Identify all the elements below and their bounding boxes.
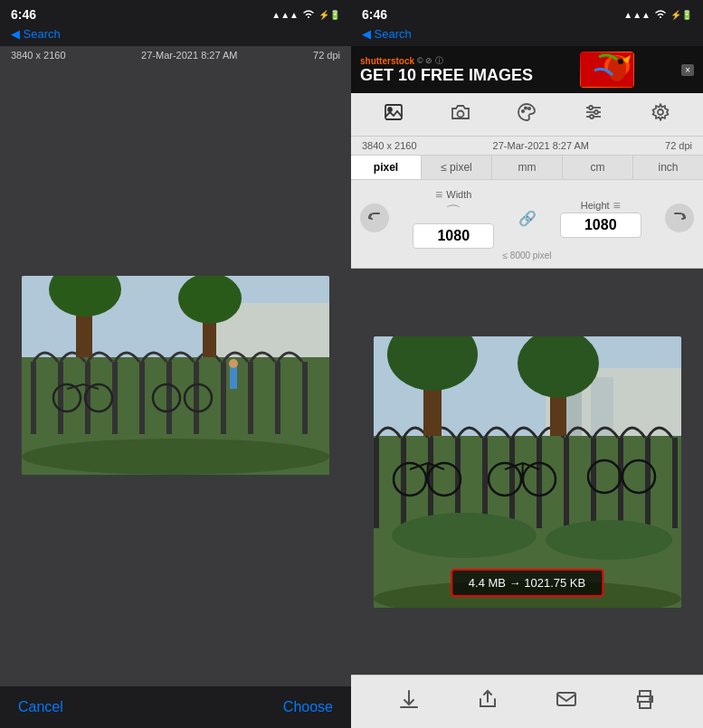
svg-rect-25: [230, 366, 237, 389]
share-button[interactable]: [466, 685, 509, 719]
svg-rect-4: [58, 362, 63, 434]
svg-point-35: [525, 107, 527, 109]
svg-line-74: [522, 463, 523, 479]
svg-rect-60: [672, 438, 678, 528]
svg-rect-13: [302, 362, 308, 434]
toolbar-gear-button[interactable]: [643, 100, 678, 128]
ad-headline[interactable]: GET 10 FREE IMAGES: [360, 67, 533, 85]
svg-point-40: [589, 106, 593, 109]
svg-point-36: [528, 108, 530, 109]
svg-point-26: [229, 359, 238, 368]
tab-pixel[interactable]: pixel: [351, 156, 422, 179]
mail-button[interactable]: [545, 685, 588, 719]
left-image-area: [0, 64, 351, 685]
right-status-icons: ▲▲▲ ⚡🔋: [623, 8, 692, 22]
ad-logo: shutterstock © ⊘ ⓘ GET 10 FREE IMAGES: [360, 55, 533, 85]
link-icon[interactable]: 🔗: [518, 210, 537, 227]
right-signal-icon: ▲▲▲: [623, 10, 651, 20]
right-date: 27-Mar-2021 8:27 AM: [493, 140, 589, 151]
tab-inch[interactable]: inch: [633, 156, 703, 179]
left-status-bar: 6:46 ▲▲▲ ⚡🔋: [0, 0, 351, 25]
svg-rect-54: [509, 438, 515, 528]
download-button[interactable]: [387, 685, 431, 719]
choose-button[interactable]: Choose: [283, 699, 333, 715]
left-bottom-bar: Cancel Choose: [0, 685, 351, 728]
svg-rect-80: [557, 693, 575, 705]
svg-point-82: [650, 698, 651, 700]
width-label: Width: [446, 189, 471, 200]
right-wifi-icon: [654, 8, 667, 22]
right-back-label: ◀ Search: [362, 27, 412, 41]
right-dpi: 72 dpi: [665, 140, 692, 151]
cancel-button[interactable]: Cancel: [18, 699, 63, 715]
toolbar-camera-button[interactable]: [443, 100, 478, 128]
left-resolution: 3840 x 2160: [11, 50, 66, 61]
svg-rect-49: [374, 438, 379, 528]
svg-point-78: [392, 513, 537, 558]
left-time: 6:46: [11, 7, 36, 22]
svg-rect-9: [194, 362, 199, 434]
width-field: ≡ Width ⌒: [394, 187, 513, 249]
signal-icon: ▲▲▲: [271, 10, 299, 20]
svg-point-41: [594, 110, 598, 114]
width-input[interactable]: [413, 223, 494, 249]
left-back-label: ◀ Search: [11, 27, 61, 41]
width-menu-icon[interactable]: ≡: [435, 187, 442, 202]
svg-point-34: [522, 110, 524, 112]
redo-button[interactable]: [665, 203, 694, 232]
svg-rect-56: [564, 438, 569, 528]
right-resolution: 3840 x 2160: [362, 140, 417, 151]
svg-rect-50: [401, 438, 406, 528]
wifi-icon: [302, 8, 315, 22]
svg-rect-10: [221, 362, 226, 434]
svg-point-79: [546, 520, 672, 560]
svg-rect-57: [591, 438, 596, 528]
tab-cm[interactable]: cm: [563, 156, 633, 179]
toolbar-palette-button[interactable]: [509, 100, 544, 128]
toolbar-image-button[interactable]: [376, 100, 411, 128]
swap-icon[interactable]: ⌒: [445, 202, 461, 223]
toolbar-sliders-button[interactable]: [576, 100, 611, 128]
svg-point-24: [22, 439, 329, 475]
right-time: 6:46: [362, 7, 387, 22]
file-size-to: 1021.75 KB: [524, 576, 585, 590]
right-panel: 6:46 ▲▲▲ ⚡🔋 ◀ Search shutterstock © ⊘ ⓘ: [351, 0, 703, 728]
svg-rect-8: [166, 362, 172, 434]
resize-row: ≡ Width ⌒ 🔗 Height ≡: [360, 187, 694, 249]
tab-le-pixel[interactable]: ≤ pixel: [422, 156, 492, 179]
ad-close-button[interactable]: ×: [681, 64, 694, 76]
battery-icon: ⚡🔋: [318, 10, 340, 20]
svg-point-32: [388, 108, 392, 111]
svg-rect-3: [31, 362, 36, 434]
ad-image: [580, 52, 634, 88]
file-size-badge: 4.4 MB → 1021.75 KB: [451, 569, 603, 597]
svg-point-43: [658, 109, 663, 115]
left-date: 27-Mar-2021 8:27 AM: [141, 50, 237, 61]
print-button[interactable]: [623, 685, 667, 719]
svg-point-42: [590, 115, 594, 118]
right-image-area: 4.4 MB → 1021.75 KB: [351, 269, 703, 675]
svg-rect-31: [385, 105, 402, 119]
right-battery-icon: ⚡🔋: [670, 10, 692, 20]
left-meta-bar: 3840 x 2160 27-Mar-2021 8:27 AM 72 dpi: [0, 46, 351, 64]
left-status-icons: ▲▲▲ ⚡🔋: [271, 8, 340, 22]
file-size-from: 4.4 MB: [469, 576, 506, 590]
right-back-bar[interactable]: ◀ Search: [351, 25, 703, 46]
unit-tabs: pixel ≤ pixel mm cm inch: [351, 156, 703, 180]
svg-rect-81: [640, 702, 651, 708]
svg-point-30: [618, 59, 623, 64]
svg-rect-7: [139, 362, 145, 434]
shutterstock-logo: shutterstock: [360, 56, 414, 66]
svg-rect-59: [645, 438, 651, 528]
height-field: Height ≡: [542, 198, 660, 238]
resize-hint: ≤ 8000 pixel: [360, 251, 694, 260]
undo-button[interactable]: [360, 203, 389, 232]
height-input[interactable]: [560, 213, 641, 238]
right-status-bar: 6:46 ▲▲▲ ⚡🔋: [351, 0, 703, 25]
height-menu-icon[interactable]: ≡: [613, 198, 621, 213]
left-back-bar[interactable]: ◀ Search: [0, 25, 351, 46]
resize-controls: ≡ Width ⌒ 🔗 Height ≡: [351, 180, 703, 269]
svg-line-69: [427, 463, 428, 479]
tab-mm[interactable]: mm: [492, 156, 563, 179]
svg-point-33: [457, 111, 463, 118]
